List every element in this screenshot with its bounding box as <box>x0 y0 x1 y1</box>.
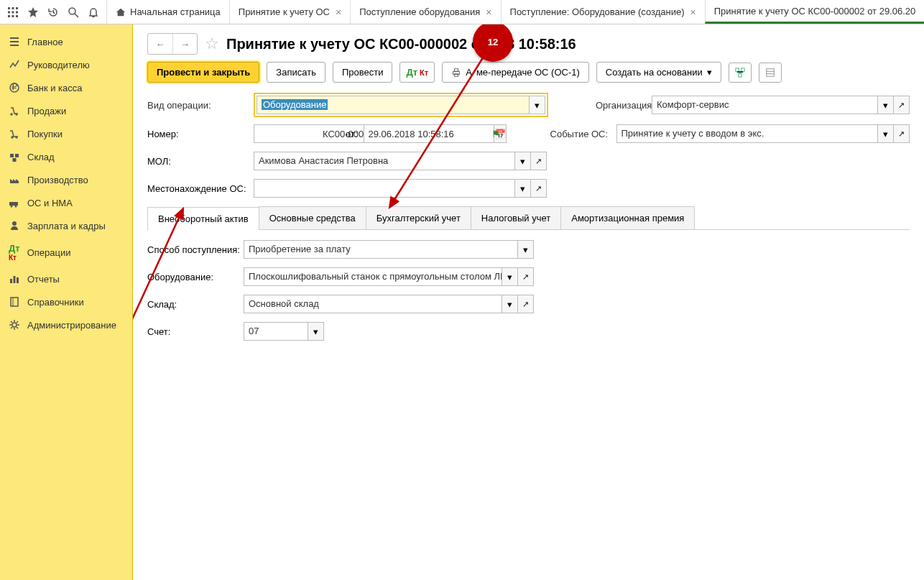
form-grid: Вид операции: Оборудование ▾ Организация… <box>147 93 910 117</box>
close-icon[interactable]: × <box>690 6 696 18</box>
svg-rect-22 <box>17 277 19 283</box>
history-icon[interactable] <box>43 2 63 22</box>
open-icon[interactable]: ↗ <box>531 152 547 170</box>
open-icon[interactable]: ↗ <box>518 267 534 286</box>
print-act-button[interactable]: Аме-передаче ОС (ОС-1) <box>442 62 589 83</box>
nav-forward[interactable]: → <box>172 34 197 54</box>
sidebar-item-admin[interactable]: Администрирование <box>0 313 132 336</box>
svg-point-17 <box>11 206 13 208</box>
sidebar-item-operations[interactable]: ДтКтОперации <box>0 237 132 267</box>
dropdown-icon[interactable]: ▾ <box>502 295 518 313</box>
open-icon[interactable]: ↗ <box>518 295 534 313</box>
sidebar-item-manager[interactable]: Руководителю <box>0 53 132 76</box>
svg-rect-0 <box>8 7 10 9</box>
save-button[interactable]: Записать <box>267 62 325 83</box>
sidebar-item-production[interactable]: Производство <box>0 168 132 191</box>
create-based-button[interactable]: Создать на основании ▾ <box>596 62 721 83</box>
wh-field[interactable]: Основной склад ▾ ↗ <box>244 295 534 313</box>
doc-tab-tax[interactable]: Налоговый учет <box>471 206 561 229</box>
tab-home-label: Начальная страница <box>130 6 221 17</box>
svg-rect-4 <box>12 11 14 13</box>
svg-rect-32 <box>741 68 744 70</box>
tab-1[interactable]: Принятие к учету ОС× <box>229 0 350 24</box>
label-number: Номер: <box>147 129 248 139</box>
svg-rect-15 <box>13 158 17 162</box>
sidebar-item-main[interactable]: Главное <box>0 30 132 53</box>
label-event: Событие ОС: <box>550 129 611 139</box>
svg-rect-23 <box>11 298 18 306</box>
label-equip: Оборудование: <box>147 272 244 282</box>
org-field[interactable]: Комфорт-сервис ▾ ↗ <box>652 96 910 114</box>
favorite-star-icon[interactable]: ☆ <box>205 34 219 53</box>
equip-field[interactable]: Плоскошлифовальный станок с прямоугольны… <box>244 267 534 286</box>
apps-icon[interactable] <box>3 2 23 22</box>
dropdown-icon[interactable]: ▾ <box>530 96 545 114</box>
sidebar-item-purchases[interactable]: Покупки <box>0 122 132 145</box>
svg-point-9 <box>69 8 75 14</box>
open-icon[interactable]: ↗ <box>894 96 910 114</box>
tab-home[interactable]: Начальная страница <box>106 0 229 24</box>
svg-rect-29 <box>455 68 458 71</box>
sidebar-item-warehouse[interactable]: Склад <box>0 145 132 168</box>
tab-4[interactable]: Принятие к учету ОС КС00-000002 от 29.06… <box>705 0 924 24</box>
svg-rect-2 <box>16 7 18 9</box>
doc-toolbar: Провести и закрыть Записать Провести Дт … <box>147 62 910 83</box>
doc-tab-accounting[interactable]: Бухгалтерский учет <box>366 206 471 229</box>
svg-rect-6 <box>8 15 10 17</box>
sidebar-item-hr[interactable]: Зарплата и кадры <box>0 214 132 237</box>
structure-button[interactable] <box>729 63 752 83</box>
event-field[interactable]: Принятие к учету с вводом в экс. ▾ ↗ <box>616 124 910 143</box>
open-icon[interactable]: ↗ <box>531 179 547 198</box>
sidebar-item-reports[interactable]: Отчеты <box>0 267 132 290</box>
date-field[interactable]: 📅 <box>364 124 486 143</box>
home-icon <box>116 7 126 17</box>
op-type-field[interactable]: Оборудование ▾ <box>254 93 548 117</box>
close-icon[interactable]: × <box>336 6 341 18</box>
svg-rect-7 <box>12 15 14 17</box>
tab-2[interactable]: Поступление оборудования× <box>350 0 500 24</box>
list-button[interactable] <box>759 63 782 83</box>
sidebar-item-catalogs[interactable]: Справочники <box>0 290 132 313</box>
svg-rect-13 <box>10 154 14 157</box>
svg-point-18 <box>15 206 17 208</box>
svg-point-25 <box>12 323 17 327</box>
bell-icon[interactable] <box>83 2 103 22</box>
top-icons <box>0 0 106 24</box>
dtkt-button[interactable]: Дт Кт <box>399 62 435 83</box>
sidebar-item-sales[interactable]: Продажи <box>0 99 132 122</box>
dropdown-icon[interactable]: ▾ <box>308 322 324 341</box>
svg-rect-16 <box>9 202 18 206</box>
label-location: Местонахождение ОС: <box>147 183 248 194</box>
star-icon[interactable] <box>23 2 43 22</box>
dropdown-icon[interactable]: ▾ <box>502 267 518 286</box>
acct-field[interactable]: 07 ▾ <box>244 322 324 341</box>
doc-tab-noncurrent[interactable]: Внеоборотный актив <box>147 207 259 230</box>
dropdown-icon[interactable]: ▾ <box>878 124 894 143</box>
sidebar: Главное Руководителю ₽Банк и касса Прода… <box>0 24 133 580</box>
way-field[interactable]: Приобретение за плату ▾ <box>244 240 534 259</box>
dropdown-icon[interactable]: ▾ <box>878 96 894 114</box>
label-wh: Склад: <box>147 299 244 310</box>
post-button[interactable]: Провести <box>333 62 393 83</box>
dropdown-icon[interactable]: ▾ <box>515 179 531 198</box>
location-field[interactable]: ▾ ↗ <box>254 179 547 198</box>
post-and-close-button[interactable]: Провести и закрыть <box>147 62 259 83</box>
label-op-type: Вид операции: <box>147 100 248 111</box>
doc-tab-depreciation[interactable]: Амортизационная премия <box>560 206 695 229</box>
open-icon[interactable]: ↗ <box>894 124 910 143</box>
nav-back[interactable]: ← <box>148 34 172 54</box>
mol-field[interactable]: Акимова Анастасия Петровна ▾ ↗ <box>254 152 547 170</box>
svg-point-19 <box>12 221 17 226</box>
svg-rect-33 <box>739 73 741 76</box>
dropdown-icon[interactable]: ▾ <box>518 240 534 259</box>
row-number: Номер: от: 📅 ⚑ Событие ОС: Принятие к уч… <box>147 124 910 143</box>
dropdown-icon[interactable]: ▾ <box>515 152 531 170</box>
search-icon[interactable] <box>63 2 83 22</box>
close-icon[interactable]: × <box>486 6 491 18</box>
sidebar-item-bank[interactable]: ₽Банк и касса <box>0 76 132 99</box>
tab-3[interactable]: Поступление: Оборудование (создание)× <box>501 0 705 24</box>
doc-tab-fixed-assets[interactable]: Основные средства <box>259 206 366 229</box>
tab-content: Способ поступления: Приобретение за плат… <box>147 230 910 359</box>
sidebar-item-fixed-assets[interactable]: ОС и НМА <box>0 191 132 214</box>
top-bar: Начальная страница Принятие к учету ОС× … <box>0 0 924 24</box>
